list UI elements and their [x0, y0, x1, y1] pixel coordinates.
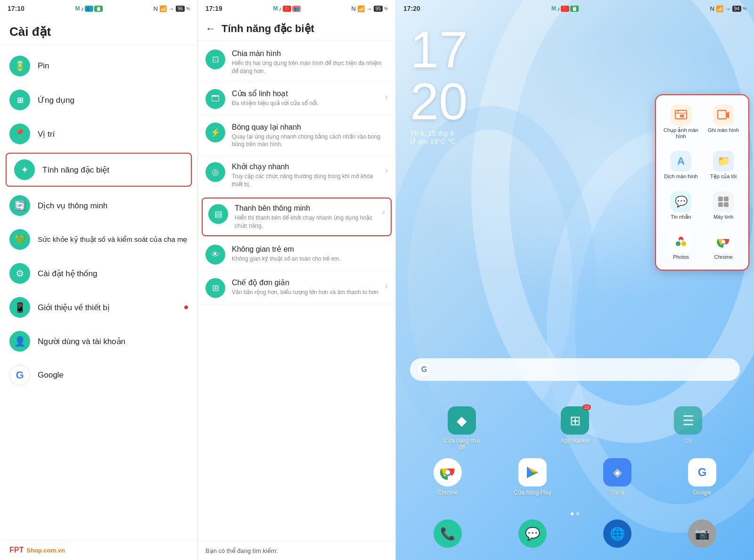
pin-label: Pin: [38, 61, 49, 71]
cai-dat-label: Cài đặt hệ thống: [38, 269, 97, 279]
feature-item-chia-man-hinh[interactable]: ⊡ Chia màn hình Hiển thị hai ứng dụng tr…: [198, 43, 395, 82]
search-bar[interactable]: G: [410, 358, 740, 381]
nfc-icon: N: [153, 5, 157, 12]
dock-browser[interactable]: 🌐: [596, 519, 639, 551]
app-label-cua-hang-chu-de: Cửa hàng chủ đề: [441, 437, 483, 451]
cua-so-icon: 🗔: [205, 89, 225, 109]
dock-phone[interactable]: 📞: [426, 519, 469, 551]
app-icon-ca: ☰: [674, 406, 702, 435]
app-label-google: Google: [693, 489, 712, 496]
settings-item-pin[interactable]: 🔋 Pin: [0, 49, 197, 83]
home-dock: 📞 💬 🌐 📷: [405, 519, 745, 551]
cua-so-desc: Đa nhiệm hiệu quả với cửa sổ nổi.: [232, 99, 382, 107]
feature-item-che-do[interactable]: ⊞ Chế độ đơn giản Văn bản rộng hơn, biểu…: [198, 272, 395, 305]
settings-item-vi-tri[interactable]: 📍 Vị trí: [0, 117, 197, 151]
popup-chup-anh[interactable]: Chụp ảnh màn hình: [662, 101, 700, 143]
dock-icon-messages: 💬: [518, 519, 547, 548]
search-hint: Bạn có thể đang tìm kiếm:: [198, 541, 395, 560]
feature-item-khoi-chay[interactable]: ◎ Khởi chạy nhanh Truy cập các chức năng…: [198, 156, 395, 196]
ghi-man-hinh-icon: [713, 105, 734, 125]
feature-item-cua-so[interactable]: 🗔 Cửa sổ linh hoạt Đa nhiệm hiệu quả với…: [198, 82, 395, 116]
tinh-nang-label: Tính năng đặc biệt: [42, 165, 109, 175]
popup-dich-man-hinh[interactable]: A Dịch màn hình: [662, 147, 700, 183]
nguoi-dung-icon: 👤: [9, 331, 30, 352]
svg-rect-14: [718, 202, 723, 207]
app-cua-hang-chu-de[interactable]: ◆ Cửa hàng chủ đề: [441, 406, 483, 451]
notif-badge-1: 👥: [85, 6, 93, 12]
khong-gian-desc: Không gian kỹ thuật số an toàn cho trẻ e…: [232, 255, 388, 263]
suc-khoe-icon: 💚: [9, 229, 30, 250]
status-icons-3: N 📶 → 94 %: [710, 5, 746, 12]
dot-2: [576, 512, 579, 515]
dock-camera[interactable]: 📷: [681, 519, 723, 551]
ghi-man-hinh-label: Ghi màn hình: [708, 127, 739, 133]
may-tinh-icon: [713, 191, 734, 212]
app-chrome[interactable]: Chrome: [426, 458, 469, 496]
photos-label: Photos: [673, 254, 689, 260]
svg-rect-12: [718, 197, 723, 201]
dock-messages[interactable]: 💬: [511, 519, 554, 551]
chia-man-hinh-icon: ⊡: [205, 49, 225, 69]
app-icon-assistant: ◈: [603, 458, 631, 486]
status-icons-1: N 📶 → 96 %: [153, 5, 190, 12]
time-2: 17:19: [205, 5, 222, 12]
svg-rect-15: [724, 202, 729, 207]
vi-tri-label: Vị trí: [38, 129, 55, 139]
notif-icons-1: M ♪ 👥 📋: [75, 5, 103, 12]
back-button[interactable]: ←: [205, 23, 216, 35]
thanh-ben-icon: ▤: [208, 204, 228, 224]
thanh-ben-arrow: ›: [383, 208, 385, 216]
che-do-name: Chế độ đơn giản: [232, 278, 382, 287]
popup-chrome[interactable]: Chrome: [704, 228, 743, 264]
settings-item-ung-dung[interactable]: ⊞ Ứng dụng: [0, 83, 197, 117]
app-app-market[interactable]: ⊞ 23 App Market: [554, 406, 596, 451]
popup-may-tinh[interactable]: Máy tính: [704, 188, 743, 224]
settings-item-nguoi-dung[interactable]: 👤 Người dùng và tài khoản: [0, 324, 197, 358]
time-3: 17:20: [403, 5, 420, 12]
popup-ghi-man-hinh[interactable]: Ghi màn hình: [704, 101, 743, 143]
app-play-store[interactable]: Cửa hàng Play: [511, 458, 554, 496]
vi-tri-icon: 📍: [9, 124, 30, 144]
clock-hour: 17: [410, 24, 467, 75]
khong-gian-text: Không gian trẻ em Không gian kỹ thuật số…: [232, 245, 388, 263]
bong-quay-text: Bóng quay lại nhanh Quay lại ứng dụng nh…: [232, 123, 388, 149]
app-assistant[interactable]: ◈ Trợ lý: [596, 458, 639, 496]
tinh-nang-icon: ✦: [14, 159, 35, 180]
clock-date: Th 6, 15 thg 4 Ư ám 19°C ℃: [410, 129, 467, 146]
che-do-arrow: ›: [385, 282, 388, 290]
feature-item-bong-quay[interactable]: ⚡ Bóng quay lại nhanh Quay lại ứng dụng …: [198, 116, 395, 156]
che-do-icon: ⊞: [205, 278, 225, 298]
suc-khoe-label: Sức khỏe kỹ thuật số và kiểm soát của ch…: [38, 235, 187, 244]
settings-item-gioi-thieu[interactable]: 📱 Giới thiệu về thiết bị: [0, 290, 197, 324]
settings-item-google[interactable]: G Google: [0, 358, 197, 392]
app-google[interactable]: G Google: [681, 458, 723, 496]
tep-cua-toi-icon: 📁: [713, 151, 734, 172]
popup-tep-cua-toi[interactable]: 📁 Tệp của tôi: [704, 147, 743, 183]
che-do-desc: Văn bản rộng hơn, biểu tượng lớn hơn và …: [232, 288, 382, 296]
khong-gian-icon: 👁: [205, 245, 225, 264]
settings-item-suc-khoe[interactable]: 💚 Sức khỏe kỹ thuật số và kiểm soát của …: [0, 222, 197, 256]
feature-item-thanh-ben[interactable]: ▤ Thanh bên thông minh Hiển thị thanh bê…: [202, 198, 392, 237]
chia-man-hinh-text: Chia màn hình Hiển thị hai ứng dụng trên…: [232, 49, 388, 75]
popup-grid: Chụp ảnh màn hình Ghi màn hình A Dịch mà…: [662, 101, 743, 264]
settings-item-tinh-nang[interactable]: ✦ Tính năng đặc biệt: [6, 153, 192, 187]
svg-point-5: [445, 470, 450, 475]
tin-nhan-icon: 💬: [671, 191, 691, 212]
ung-dung-icon: ⊞: [9, 90, 30, 110]
settings-item-cai-dat[interactable]: ⚙ Cài đặt hệ thống: [0, 256, 197, 290]
chup-anh-icon: [671, 105, 691, 125]
che-do-text: Chế độ đơn giản Văn bản rộng hơn, biểu t…: [232, 278, 382, 296]
feature-item-khong-gian[interactable]: 👁 Không gian trẻ em Không gian kỹ thuật …: [198, 238, 395, 272]
gioi-thieu-icon: 📱: [9, 297, 30, 318]
popup-photos[interactable]: Photos: [662, 228, 700, 264]
play-store-icon-svg: [525, 465, 540, 480]
notif-icons-2: M ♪ 🔴 👥: [273, 5, 301, 12]
side-panel-popup[interactable]: Chụp ảnh màn hình Ghi màn hình A Dịch mà…: [655, 94, 749, 271]
dock-icon-phone: 📞: [434, 519, 462, 548]
app-ca[interactable]: ☰ Cà: [667, 406, 709, 451]
bong-quay-name: Bóng quay lại nhanh: [232, 123, 388, 132]
dot-1: [571, 512, 574, 515]
popup-tin-nhan[interactable]: 💬 Tin nhắn: [662, 188, 700, 224]
settings-item-dich-vu[interactable]: 🔄 Dịch vụ thông minh: [0, 189, 197, 222]
tin-nhan-label: Tin nhắn: [671, 214, 691, 220]
